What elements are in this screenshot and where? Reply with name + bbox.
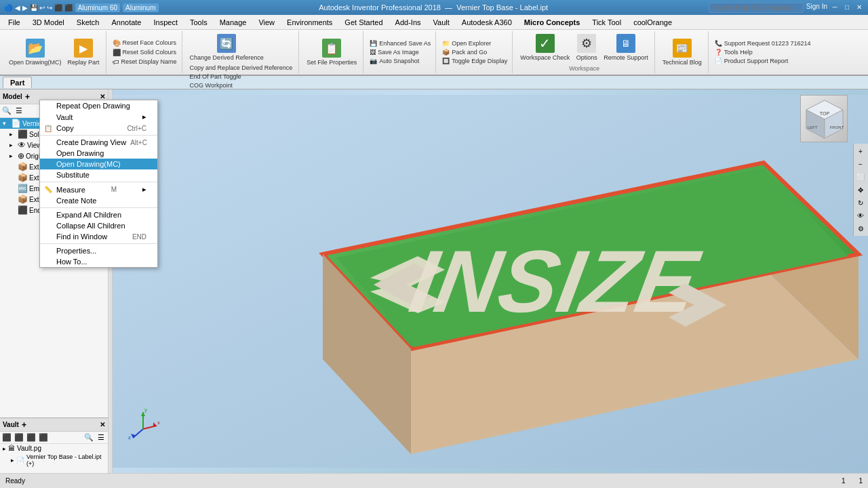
pack-and-go-button[interactable]: 📦 Pack and Go [440, 48, 509, 56]
vault-btn1[interactable]: ⬛ [1, 432, 12, 443]
menu-3dmodel[interactable]: 3D Model [27, 17, 70, 28]
reset-display-name-button[interactable]: 🏷 Reset Display Name [111, 58, 179, 66]
maximize-btn[interactable]: □ [842, 3, 852, 12]
model-menu-icon[interactable]: ☰ [14, 106, 24, 117]
menu-autodesk-a360[interactable]: Autodesk A360 [456, 17, 517, 28]
auto-snapshot-button[interactable]: 📷 Auto Snapshot [368, 57, 433, 65]
change-derived-button[interactable]: 🔄 Change Derived Reference [188, 33, 266, 62]
ctx-open-drawing[interactable]: Open Drawing [40, 148, 157, 159]
vault-tree-item-vernier[interactable]: ▸ 📄 Vernier Top Base - Label.ipt (+) [0, 453, 108, 468]
options-button[interactable]: ⚙ Options [574, 33, 599, 62]
vault-panel-header: Vault + ✕ [0, 418, 108, 432]
tree-expand-view[interactable]: ▸ [9, 142, 16, 148]
ctx-find-window[interactable]: Find in Window END [40, 231, 157, 242]
end-of-part-toggle-button[interactable]: End Of Part Toggle [188, 73, 295, 81]
vault-close[interactable]: ✕ [100, 421, 105, 428]
extrusion1-icon: 📦 [18, 162, 28, 171]
toolbar-group-open: 📂 Open Drawing(MC) ▶ Replay Part [3, 31, 106, 73]
ctx-collapse-all[interactable]: Collapse All Children [40, 220, 157, 231]
menu-micro-concepts[interactable]: Micro Concepts [519, 17, 586, 28]
reset-face-colours-button[interactable]: 🎨 Reset Face Colours [111, 39, 179, 47]
vp-zoom-fit-btn[interactable]: ⬜ [854, 171, 867, 183]
open-explorer-button[interactable]: 📁 Open Explorer [440, 39, 509, 47]
ctx-expand-all[interactable]: Expand All Children [40, 209, 157, 220]
close-btn[interactable]: ✕ [854, 3, 864, 12]
save-as-image-button[interactable]: 🖼 Save As Image [368, 48, 433, 56]
cog-workpoint-label: COG Workpoint [190, 82, 233, 89]
ctx-create-note[interactable]: Create Note [40, 195, 157, 206]
vp-pan-btn[interactable]: ✥ [854, 184, 867, 196]
tree-expand-vernier[interactable]: ▾ [3, 120, 9, 127]
menu-environments[interactable]: Environments [281, 17, 338, 28]
menu-cool-orange[interactable]: coolOrange [628, 17, 677, 28]
tech-blog-icon: 📰 [673, 39, 692, 58]
menu-annotate[interactable]: Annotate [106, 17, 146, 28]
reset-solid-colours-button[interactable]: ⬛ Reset Solid Colours [111, 48, 179, 57]
ctx-repeat-open[interactable]: Repeat Open Drawing [40, 100, 157, 111]
ctx-find-window-shortcut: END [132, 233, 146, 241]
copy-replace-derived-button[interactable]: Copy and Replace Derived Reference [188, 64, 295, 72]
minimize-btn[interactable]: ─ [830, 3, 840, 12]
vault-btn2[interactable]: ⬛ [14, 432, 24, 443]
menu-tools[interactable]: Tools [184, 17, 213, 28]
ctx-copy[interactable]: 📋 Copy Ctrl+C [40, 123, 157, 134]
tech-blog-button[interactable]: 📰 Technical Blog [660, 37, 704, 67]
vault-vernier-expand[interactable]: ▸ [11, 457, 14, 464]
tab-part[interactable]: Part [3, 77, 32, 88]
set-file-properties-button[interactable]: 📋 Set File Properties [304, 37, 359, 67]
remote-support-button[interactable]: 🖥 Remote Support [601, 33, 650, 62]
ctx-measure[interactable]: 📏 Measure M ▸ [40, 184, 157, 195]
vault-btn3[interactable]: ⬛ [26, 432, 37, 443]
menu-inspect[interactable]: Inspect [149, 17, 183, 28]
vault-btn4[interactable]: ⬛ [38, 432, 49, 443]
ctx-substitute[interactable]: Substitute [40, 169, 157, 180]
model-panel-title: Model [3, 93, 22, 100]
config-dropdown1[interactable]: Aluminum 60 [75, 3, 120, 12]
ctx-open-drawing-mc[interactable]: Open Drawing(MC) [40, 159, 157, 169]
menu-vault[interactable]: Vault [428, 17, 455, 28]
vp-zoom-out-btn[interactable]: − [854, 158, 867, 170]
product-support-report-button[interactable]: 📄 Product Support Report [713, 57, 813, 65]
replay-part-button[interactable]: ▶ Replay Part [66, 37, 102, 67]
tree-expand-solid[interactable]: ▸ [9, 131, 16, 138]
title-right[interactable]: Sign In ─ □ ✕ [709, 3, 864, 13]
menu-file[interactable]: File [3, 17, 26, 28]
viewport[interactable]: INSIZE z x y [113, 89, 868, 473]
menu-manage[interactable]: Manage [214, 17, 252, 28]
tools-help-button[interactable]: ❓ Tools Help [713, 48, 813, 56]
menu-view[interactable]: View [253, 17, 280, 28]
ctx-create-drawing-view[interactable]: Create Drawing View Alt+C [40, 137, 157, 148]
vp-settings-btn[interactable]: ⚙ [854, 222, 867, 235]
svg-text:LEFT: LEFT [808, 125, 818, 129]
menu-add-ins[interactable]: Add-Ins [390, 17, 427, 28]
tree-expand-origin[interactable]: ▸ [9, 152, 16, 159]
open-drawing-mc-button[interactable]: 📂 Open Drawing(MC) [7, 37, 64, 67]
menu-sketch[interactable]: Sketch [71, 17, 105, 28]
model-panel-plus[interactable]: + [25, 92, 30, 102]
vault-tree-item-pg[interactable]: ▸ 🏛 Vault.pg [0, 444, 108, 453]
ctx-how-to[interactable]: How To... [40, 256, 157, 267]
vault-menu-icon[interactable]: ☰ [96, 432, 106, 443]
nav-cube[interactable]: TOP LEFT FRONT [800, 95, 848, 142]
config-dropdown2[interactable]: Aluminum [123, 3, 158, 12]
ctx-properties[interactable]: Properties... [40, 245, 157, 256]
menu-tick-tool[interactable]: Tick Tool [587, 17, 627, 28]
toggle-edge-display-button[interactable]: 🔲 Toggle Edge Display [440, 57, 509, 65]
vault-tree-expand[interactable]: ▸ [3, 445, 6, 452]
options-icon: ⚙ [577, 34, 596, 53]
menu-get-started[interactable]: Get Started [339, 17, 388, 28]
sign-in-button[interactable]: Sign In [806, 3, 827, 13]
enhanced-save-as-button[interactable]: 💾 Enhanced Save As [368, 39, 433, 47]
search-input[interactable] [709, 3, 804, 13]
vp-zoom-in-btn[interactable]: + [854, 145, 867, 157]
support-request-button[interactable]: 📞 Support Request 01223 716214 [713, 39, 813, 47]
ctx-vault[interactable]: Vault ▸ [40, 111, 157, 123]
vault-search-icon[interactable]: 🔍 [83, 432, 94, 443]
vp-orbit-btn[interactable]: ↻ [854, 197, 867, 209]
enhanced-save-label: Enhanced Save As [379, 40, 431, 47]
model-search-icon[interactable]: 🔍 [1, 106, 12, 117]
workspace-check-button[interactable]: ✓ Workspace Check [518, 33, 572, 62]
vault-plus[interactable]: + [22, 420, 26, 430]
cog-workpoint-button[interactable]: COG Workpoint [188, 81, 295, 89]
vp-look-at-btn[interactable]: 👁 [854, 209, 867, 222]
